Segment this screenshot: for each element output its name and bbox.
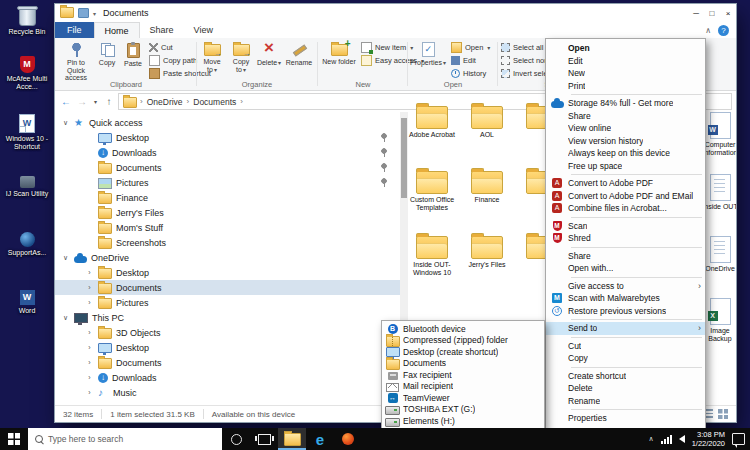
new-folder-button[interactable]: New folder [321,40,357,78]
edge-button[interactable]: e [306,428,334,450]
file-item-custom-office-templates[interactable]: Custom Office Templates [406,171,458,212]
context-menu-item-view-version-history[interactable]: View version history [546,135,705,148]
qat-customize-icon[interactable]: ▾ [93,10,96,17]
rename-button[interactable]: Rename [284,40,314,78]
context-menu-item-view-online[interactable]: View online [546,122,705,135]
history-button[interactable]: History [451,67,490,80]
send-to-item-documents[interactable]: Documents [382,358,544,370]
copy-to-button[interactable]: Copy to▾ [227,40,255,78]
breadcrumb-segment-documents[interactable]: Documents [192,97,237,107]
nav-item-desktop[interactable]: ›Desktop [55,265,400,280]
context-menu-item-properties[interactable]: Properties [546,412,705,425]
context-menu-item-storage-84-full-get-more[interactable]: Storage 84% full - Get more [546,97,705,110]
network-icon[interactable] [661,435,672,444]
nav-item-finance[interactable]: Finance [55,190,400,205]
properties-button[interactable]: Properties▾ [409,40,447,78]
desktop-icon-windows-10-shortcut[interactable]: Windows 10 - Shortcut [2,114,52,151]
nav-item-music[interactable]: ›Music [55,385,400,400]
taskbar-clock[interactable]: 3:08 PM 1/22/2020 [692,430,725,448]
move-to-button[interactable]: Move to▾ [198,40,226,78]
start-button[interactable] [0,428,28,450]
nav-item-onedrive[interactable]: ∨OneDrive [55,250,400,265]
send-to-item-elements-h[interactable]: Elements (H:) [382,415,544,427]
context-menu-item-print[interactable]: Print [546,80,705,93]
context-menu-item-restore-previous-versions[interactable]: Restore previous versions [546,305,705,318]
task-view-button[interactable] [250,428,278,450]
send-to-item-desktop-create-shortcut[interactable]: Desktop (create shortcut) [382,346,544,358]
context-menu-item-cut[interactable]: Cut [546,340,705,353]
desktop-icon-recycle-bin[interactable]: Recycle Bin [2,5,52,36]
context-menu-item-copy[interactable]: Copy [546,352,705,365]
taskbar-search[interactable]: Type here to search [28,428,222,450]
context-menu-item-open[interactable]: Open [546,42,705,55]
nav-item-documents[interactable]: ›Documents [55,355,400,370]
nav-item-pictures[interactable]: ›Pictures [55,295,400,310]
pin-to-quick-access-button[interactable]: Pin to Quick access [59,40,93,78]
nav-item-mom-s-stuff[interactable]: Mom's Stuff [55,220,400,235]
file-item-adobe-acrobat[interactable]: Adobe Acrobat [406,106,458,139]
nav-item-pictures[interactable]: Pictures [55,175,400,190]
file-item-aol[interactable]: AOL [461,106,513,139]
nav-item-downloads[interactable]: Downloads [55,145,400,160]
quick-access-toolbar-icon[interactable] [78,8,89,18]
send-to-item-compressed-zipped-folder[interactable]: Compressed (zipped) folder [382,335,544,347]
recent-locations-icon[interactable]: ▾ [91,98,100,105]
action-center-icon[interactable] [732,433,745,445]
open-button[interactable]: Open▾ [451,41,490,54]
desktop-icon-mcafee-multi-acce[interactable]: McAfee Multi Acce... [2,56,52,91]
context-menu-item-scan-with-malwarebytes[interactable]: Scan with Malwarebytes [546,292,705,305]
context-menu-item-combine-files-in-acrobat[interactable]: Combine files in Acrobat... [546,202,705,215]
copy-button[interactable]: Copy [95,40,119,78]
context-menu-item-send-to[interactable]: Send to› [546,322,705,335]
maximize-button[interactable]: □ [704,4,720,22]
titlebar[interactable]: ▾ Documents ─ □ × [55,4,736,22]
context-menu-item-new[interactable]: New [546,67,705,80]
context-menu-item-convert-to-adobe-pdf-and-email[interactable]: Convert to Adobe PDF and EMail [546,190,705,203]
desktop-icon-supportas[interactable]: SupportAs... [2,232,52,257]
tray-expand-icon[interactable]: ∧ [649,435,654,443]
nav-item-screenshots[interactable]: Screenshots [55,235,400,250]
cortana-button[interactable] [222,428,250,450]
file-item-inside-out-windows-10[interactable]: Inside OUT-Windows 10 [406,236,458,277]
minimize-button[interactable]: ─ [688,4,704,22]
desktop-icon-ij-scan-utility[interactable]: IJ Scan Utility [2,172,52,198]
up-button[interactable]: ↑ [102,96,116,107]
help-icon[interactable]: ? [718,25,729,36]
context-menu-item-open-with[interactable]: Open with... [546,262,705,275]
back-button[interactable]: ← [59,96,73,107]
close-button[interactable]: × [720,4,736,22]
tab-view[interactable]: View [184,22,223,38]
tab-share[interactable]: Share [140,22,184,38]
nav-item-this-pc[interactable]: ∨This PC [55,310,400,325]
context-menu-item-rename[interactable]: Rename [546,395,705,408]
context-menu-item-always-keep-on-this-device[interactable]: Always keep on this device [546,147,705,160]
context-menu-item-share[interactable]: Share [546,110,705,123]
tab-home[interactable]: Home [94,22,140,38]
nav-item-downloads[interactable]: ›Downloads [55,370,400,385]
paste-button[interactable]: Paste [120,40,146,78]
send-to-item-mail-recipient[interactable]: Mail recipient [382,381,544,393]
send-to-item-toshiba-ext-g[interactable]: TOSHIBA EXT (G:) [382,404,544,416]
nav-item-desktop[interactable]: ›Desktop [55,340,400,355]
nav-item-documents[interactable]: ›Documents [55,280,400,295]
nav-item-desktop[interactable]: Desktop [55,130,400,145]
browser-button[interactable] [334,428,362,450]
desktop-icon-word[interactable]: Word [2,290,52,315]
tab-file[interactable]: File [55,22,94,38]
send-to-item-bluetooth-device[interactable]: Bluetooth device [382,323,544,335]
file-item-jerry-s-files[interactable]: Jerry's Files [461,236,513,269]
nav-item-jerry-s-files[interactable]: Jerry's Files [55,205,400,220]
breadcrumb-segment-onedrive[interactable]: OneDrive [146,97,184,107]
context-menu-item-edit[interactable]: Edit [546,55,705,68]
context-menu-item-free-up-space[interactable]: Free up space [546,160,705,173]
forward-button[interactable]: → [75,96,89,107]
context-menu-item-give-access-to[interactable]: Give access to› [546,280,705,293]
send-to-item-teamviewer[interactable]: TeamViewer [382,392,544,404]
context-menu-item-scan[interactable]: Scan [546,220,705,233]
context-menu-item-create-shortcut[interactable]: Create shortcut [546,370,705,383]
edit-button[interactable]: Edit [451,54,490,67]
volume-icon[interactable] [679,435,685,443]
file-explorer-button[interactable] [278,428,306,450]
send-to-item-fax-recipient[interactable]: Fax recipient [382,369,544,381]
nav-item-quick-access[interactable]: ∨Quick access [55,115,400,130]
